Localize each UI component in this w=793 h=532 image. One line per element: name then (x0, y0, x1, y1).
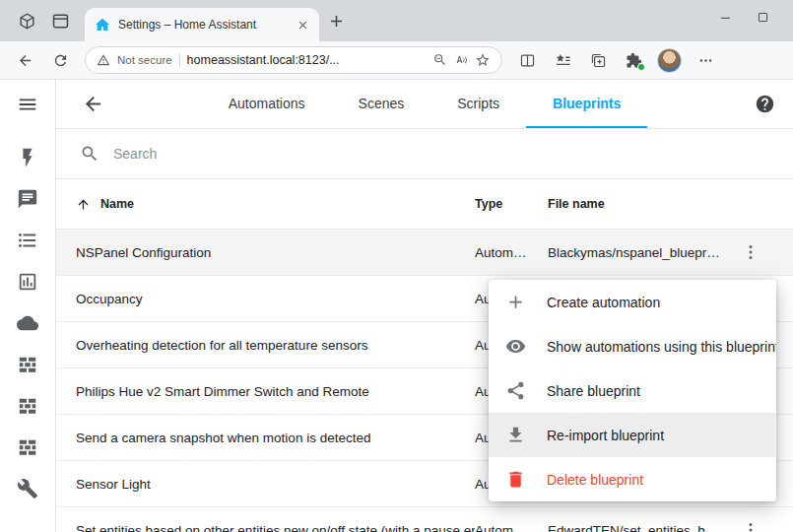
browser-toolbar: Not secure homeassistant.local:8123/... (0, 41, 793, 80)
browser-menu-button[interactable] (689, 45, 722, 75)
search-bar[interactable] (56, 129, 793, 179)
favorites-button[interactable] (546, 45, 579, 75)
tab-scripts[interactable]: Scripts (430, 80, 526, 128)
row-name: Set entities based on other entities new… (76, 523, 475, 532)
split-screen-icon (519, 52, 536, 69)
sidebar-item-devices-2[interactable] (6, 385, 49, 427)
column-header-name[interactable]: Name (100, 197, 134, 211)
page-back-icon[interactable] (82, 93, 104, 115)
row-name: Send a camera snapshot when motion is de… (76, 431, 475, 445)
menu-item-show-automations[interactable]: Show automations using this blueprint (489, 324, 776, 368)
eye-icon (505, 336, 526, 357)
address-bar[interactable]: Not secure homeassistant.local:8123/... (85, 46, 502, 74)
row-name: Philips Hue v2 Smart Dimmer Switch and R… (76, 384, 475, 399)
menu-item-label: Share blueprint (547, 383, 640, 399)
row-file: Blackymas/nspanel_blueprin… (548, 245, 731, 260)
menu-item-create-automation[interactable]: Create automation (489, 280, 776, 324)
maximize-button[interactable] (744, 0, 781, 33)
browser-tab[interactable]: Settings – Home Assistant (85, 8, 319, 41)
menu-item-label: Show automations using this blueprint (547, 339, 776, 355)
workspaces-button[interactable] (10, 5, 43, 36)
table-row[interactable]: Set entities based on other entities new… (56, 507, 793, 532)
url-text[interactable]: homeassistant.local:8123/... (187, 53, 427, 67)
zoom-out-icon[interactable] (433, 53, 447, 67)
share-icon (505, 380, 526, 401)
sidebar-item-devices-1[interactable] (6, 344, 49, 385)
row-overflow-menu-icon[interactable] (741, 520, 760, 532)
tab-scenes[interactable]: Scenes (332, 80, 431, 128)
row-name: NSPanel Configuration (76, 245, 475, 260)
new-tab-icon (327, 12, 346, 31)
search-input[interactable] (113, 146, 769, 162)
sidebar-item-history[interactable] (6, 261, 49, 302)
not-secure-label[interactable]: Not secure (117, 54, 172, 66)
tab-actions-icon (51, 12, 70, 31)
column-header-file[interactable]: File name (548, 197, 731, 211)
new-tab-button[interactable] (319, 5, 353, 36)
wrench-icon (17, 478, 38, 499)
sidebar-item-developer-tools[interactable] (6, 468, 49, 509)
sort-ascending-icon[interactable] (76, 197, 91, 212)
sidebar-item-energy[interactable] (6, 137, 49, 178)
browser-window: Settings – Home Assistant Not secure hom… (0, 0, 793, 532)
favorites-icon (555, 52, 571, 69)
chart-box-icon (17, 271, 38, 293)
window-controls (706, 0, 793, 41)
sidebar-item-cloud[interactable] (6, 302, 49, 344)
sidebar-menu-button[interactable] (6, 84, 49, 125)
extensions-button[interactable] (617, 45, 650, 75)
extension-status-dot (637, 63, 645, 71)
collections-button[interactable] (581, 45, 615, 75)
back-button[interactable] (8, 45, 41, 75)
menu-item-label: Create automation (547, 295, 660, 310)
close-window-button[interactable] (781, 0, 793, 33)
menu-item-label: Delete blueprint (547, 472, 643, 488)
ha-sidebar (0, 80, 56, 532)
bricks-icon (17, 395, 38, 417)
profile-avatar[interactable] (657, 48, 682, 73)
cloud-icon (17, 312, 38, 334)
page-toolbar: Automations Scenes Scripts Blueprints (56, 80, 793, 129)
logbook-icon (17, 188, 38, 210)
lightning-bolt-icon (17, 147, 38, 168)
download-icon (505, 425, 526, 445)
row-name: Sensor Light (76, 477, 475, 492)
row-overflow-menu-icon[interactable] (741, 242, 760, 262)
bricks-icon (17, 354, 38, 375)
menu-item-reimport-blueprint[interactable]: Re-import blueprint (489, 413, 776, 457)
tab-blueprints[interactable]: Blueprints (526, 80, 647, 128)
row-type: Autom (475, 523, 548, 532)
menu-item-share-blueprint[interactable]: Share blueprint (489, 368, 776, 413)
table-header: Name Type File name (56, 179, 793, 230)
workspaces-icon (18, 12, 36, 31)
trash-icon (505, 469, 526, 490)
sidebar-item-devices-3[interactable] (6, 427, 49, 468)
refresh-button[interactable] (43, 45, 77, 75)
list-icon (17, 230, 38, 251)
help-button[interactable] (755, 94, 775, 114)
menu-item-delete-blueprint[interactable]: Delete blueprint (489, 457, 776, 501)
more-icon (697, 52, 714, 69)
column-header-type[interactable]: Type (475, 197, 548, 211)
row-name: Occupancy (76, 292, 475, 306)
not-secure-icon[interactable] (97, 53, 110, 67)
address-divider (179, 53, 180, 67)
refresh-icon (52, 52, 69, 69)
read-aloud-icon[interactable] (454, 53, 468, 67)
tab-actions-button[interactable] (43, 5, 77, 36)
search-icon (80, 144, 99, 164)
row-type: Autom… (475, 245, 548, 260)
sidebar-item-todo-lists[interactable] (6, 220, 49, 261)
table-row[interactable]: NSPanel Configuration Autom… Blackymas/n… (56, 230, 793, 276)
tab-bar: Automations Scenes Scripts Blueprints (56, 80, 793, 128)
row-name: Overheating detection for all temperatur… (76, 338, 475, 353)
tab-automations[interactable]: Automations (202, 80, 332, 128)
favorite-star-icon[interactable] (475, 52, 491, 68)
tab-close-icon[interactable] (297, 19, 309, 32)
browser-titlebar: Settings – Home Assistant (0, 0, 793, 41)
split-screen-button[interactable] (510, 45, 544, 75)
menu-item-label: Re-import blueprint (547, 428, 664, 443)
back-icon (17, 52, 33, 69)
sidebar-item-logbook[interactable] (6, 178, 49, 220)
minimize-button[interactable] (706, 0, 744, 33)
